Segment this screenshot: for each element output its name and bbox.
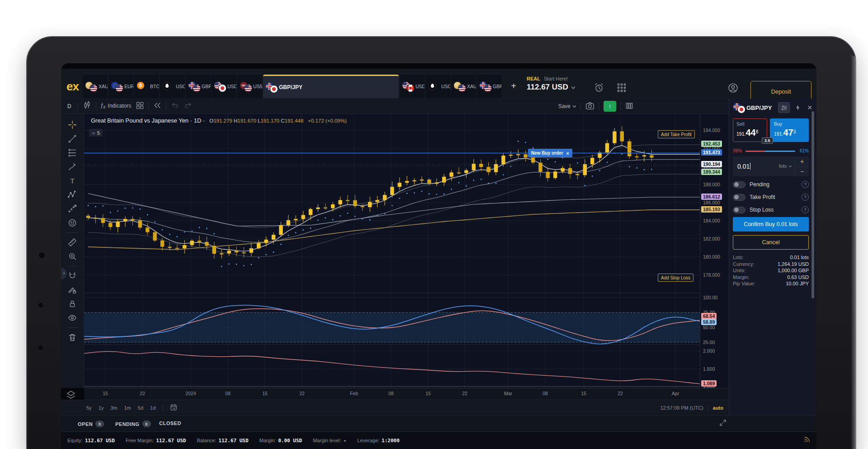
add-stop-loss-tag[interactable]: Add Stop Loss (658, 274, 693, 282)
crosshair-tool-icon[interactable] (66, 118, 79, 131)
indicators-label: Indicators (108, 103, 131, 109)
trend-line-tool-icon[interactable] (66, 132, 79, 145)
save-button[interactable]: Save (558, 103, 576, 109)
profile-icon[interactable] (727, 82, 739, 94)
price-tick: 100.00 (703, 295, 717, 300)
help-icon[interactable]: ? (802, 181, 809, 188)
toggle-switch[interactable] (733, 181, 745, 188)
fib-retracement-tool-icon[interactable] (66, 147, 79, 159)
publish-idea-button[interactable]: ↑ (604, 101, 616, 112)
range-1d[interactable]: 1d (150, 405, 156, 411)
emoji-tool-icon[interactable] (66, 217, 79, 229)
range-5d[interactable]: 5d (138, 405, 143, 411)
one-click-trading-icon[interactable] (793, 103, 803, 113)
instrument-tab-usd[interactable]: USD/ (400, 75, 425, 98)
panel-scrollbar[interactable] (811, 111, 814, 298)
volume-decrease-button[interactable]: − (795, 167, 809, 177)
text-cursor (750, 163, 750, 170)
collapsed-indicators-button[interactable]: 5 (89, 129, 103, 137)
instrument-tab-btc[interactable]: ₿BTC (134, 75, 159, 98)
instrument-tab-gbp[interactable]: GBP/ (477, 75, 502, 98)
instrument-tab-label: XAU/ (467, 84, 476, 89)
xabcd-pattern-tool-icon[interactable] (66, 189, 79, 201)
clock-utc[interactable]: 12:57:09 PM (UTC) (660, 405, 703, 411)
instrument-tab-xau[interactable]: XAU/ (451, 75, 476, 98)
range-3m[interactable]: 3m (110, 405, 117, 411)
help-icon[interactable]: ? (802, 194, 809, 201)
candle-style-icon[interactable] (82, 100, 92, 112)
new-buy-order-tag[interactable]: New Buy order × (528, 149, 572, 157)
measure-ruler-icon[interactable] (66, 236, 79, 249)
timeframe-button[interactable]: D (66, 103, 73, 109)
instrument-tab-usoii[interactable]: USOII (425, 75, 450, 98)
range-1y[interactable]: 1y (99, 405, 104, 411)
volume-increase-button[interactable]: + (795, 156, 809, 167)
brush-tool-icon[interactable] (66, 161, 79, 173)
magnet-icon[interactable] (66, 269, 79, 282)
price-badge-orange: 185.193 (701, 206, 722, 213)
instrument-tab-usdj[interactable]: USD/J (212, 75, 236, 98)
drawing-mode-lock-icon[interactable] (66, 284, 79, 296)
tablet-camera-dot (39, 252, 45, 258)
forecast-tool-icon[interactable] (66, 203, 79, 215)
cancel-button[interactable]: Cancel (733, 235, 809, 250)
zoom-in-icon[interactable] (66, 250, 79, 263)
panel-columns-icon[interactable] (625, 101, 634, 112)
lock-drawings-icon[interactable] (66, 298, 79, 310)
instrument-tab-usoi[interactable]: USOI (160, 75, 185, 98)
confirm-buy-button[interactable]: Confirm Buy 0.01 lots (733, 217, 809, 232)
apps-grid-icon[interactable] (616, 82, 628, 94)
chart-title[interactable]: Great Britain Pound vs Japanese Yen · 1D… (91, 117, 205, 124)
candlestick-chart[interactable] (84, 114, 700, 388)
chevron-down-icon (571, 83, 576, 92)
ohlc-value: 191.279 (213, 118, 234, 123)
order-settings-icon[interactable] (778, 102, 790, 113)
close-panel-icon[interactable]: ✕ (806, 104, 813, 111)
tab-pending-orders[interactable]: PENDING 0 (115, 421, 151, 427)
volume-input[interactable]: 0.01 (733, 156, 779, 176)
go-to-date-icon[interactable] (170, 403, 178, 412)
instrument-tab-euru[interactable]: EUR/U (108, 75, 133, 98)
volume-unit-dropdown[interactable]: lots (779, 156, 795, 176)
account-summary[interactable]: REAL Start Here! 112.67 USD (527, 76, 576, 92)
time-axis[interactable]: 15222024081522Feb081522Mar081522Apr (84, 388, 700, 400)
redo-icon[interactable] (184, 101, 193, 111)
undo-icon[interactable] (170, 101, 179, 111)
expand-panel-icon[interactable] (719, 419, 727, 428)
tab-open-positions[interactable]: OPEN 0 (78, 421, 104, 427)
buy-button[interactable]: Buy 191.473 (770, 118, 809, 142)
snapshot-camera-icon[interactable] (585, 101, 595, 112)
instrument-tab-us50[interactable]: 500US50 (237, 75, 262, 98)
toggle-switch[interactable] (733, 194, 745, 201)
instrument-tab-xau[interactable]: XAU/ (83, 75, 108, 98)
toggle-switch[interactable] (733, 207, 745, 213)
range-1m[interactable]: 1m (124, 405, 131, 411)
chart-title-row: Great Britain Pound vs Japanese Yen · 1D… (91, 117, 347, 124)
hide-drawings-icon[interactable] (66, 312, 79, 324)
text-tool-icon[interactable]: T (66, 175, 79, 187)
price-scale[interactable]: 194.000192.000190.000188.000186.000184.0… (700, 114, 729, 400)
range-buttons: 5y1y3m1m5d1d (86, 400, 178, 416)
instrument-tab-gbpu[interactable]: GBP/U (186, 75, 211, 98)
range-5y[interactable]: 5y (86, 405, 92, 411)
price-tick: 25.00 (703, 340, 715, 345)
instrument-tabs: XAU/EUR/U₿BTCUSOIGBP/UUSD/J500US50GBP/JP… (83, 75, 502, 98)
replay-icon[interactable] (153, 101, 162, 111)
volume-input-row: 0.01 lots + − (733, 156, 809, 176)
remove-drawings-icon[interactable] (66, 331, 79, 344)
alarm-icon[interactable] (594, 82, 605, 94)
layers-manage-icon[interactable] (66, 390, 76, 402)
help-icon[interactable]: ? (802, 206, 809, 213)
instrument-tab-gbpjpy[interactable]: GBP/JPY (263, 75, 399, 98)
close-icon[interactable]: × (566, 151, 569, 156)
price-badge-pink: 68.54 (701, 313, 717, 319)
auto-scale-button[interactable]: auto (713, 405, 723, 411)
sentiment-track[interactable] (745, 151, 795, 152)
layout-grid-icon[interactable] (135, 101, 144, 111)
tab-closed-positions[interactable]: CLOSED (159, 421, 181, 426)
add-instrument-button[interactable]: + (508, 80, 519, 92)
indicators-button[interactable]: ƒx Indicators (100, 102, 132, 109)
instrument-tab-label: EUR/U (124, 84, 133, 89)
add-take-profit-tag[interactable]: Add Take Profit (658, 130, 695, 138)
price-badge-lightblue: 58.89 (701, 319, 717, 325)
